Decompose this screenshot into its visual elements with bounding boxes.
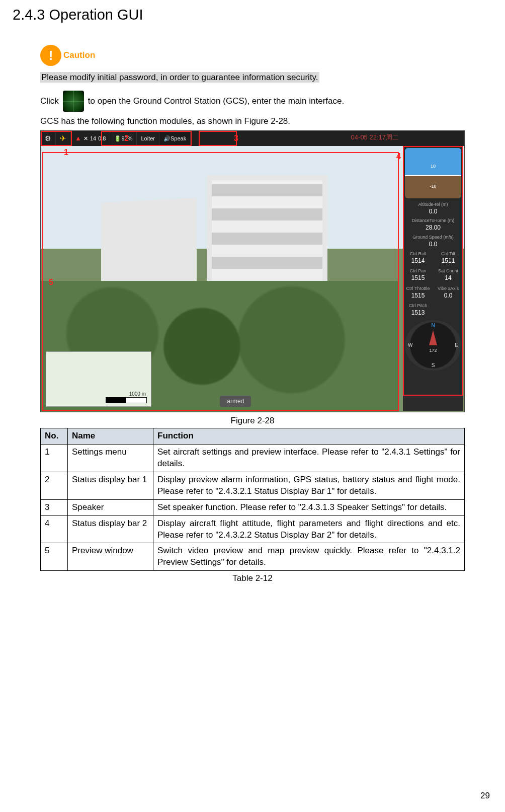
cell-no: 1 — [41, 444, 68, 472]
cell-no: 2 — [41, 472, 68, 499]
cell-no: 5 — [41, 543, 68, 571]
table-caption: Table 2-12 — [13, 573, 492, 584]
function-table: No. Name Function 1 Settings menu Set ai… — [40, 428, 465, 571]
table-row: 3 Speaker Set speaker function. Please r… — [41, 499, 465, 515]
cell-name: Preview window — [68, 543, 153, 571]
click-instruction: Click to open the Ground Control Station… — [40, 91, 492, 112]
click-pre: Click — [40, 96, 59, 107]
cell-name: Status display bar 2 — [68, 515, 153, 543]
cell-function: Display aircraft flight attitude, flight… — [153, 515, 465, 543]
callout-label-3: 3 — [234, 133, 238, 144]
sat-count: 14 — [90, 135, 96, 142]
cell-name: Speaker — [68, 499, 153, 515]
table-row: 2 Status display bar 1 Display preview a… — [41, 472, 465, 499]
satellite-icon: ✕ — [83, 135, 88, 142]
section-heading: 2.4.3 Operation GUI — [13, 5, 492, 25]
callout-box-1 — [41, 131, 72, 146]
caution-text: Please modify initial password, in order… — [40, 72, 492, 84]
table-header-row: No. Name Function — [41, 428, 465, 444]
figure-caption: Figure 2-28 — [13, 415, 492, 427]
th-name: Name — [68, 428, 153, 444]
alert-icon: ▲ — [75, 134, 81, 143]
cell-name: Settings menu — [68, 444, 153, 472]
callout-box-2 — [101, 131, 192, 146]
table-row: 5 Preview window Switch video preview an… — [41, 543, 465, 571]
app-icon — [63, 91, 84, 112]
figure-2-28: ⚙ ✈ ▲ ✕ 14 0.8 🔋 92% Loiter 🔊 Speak 04-0… — [40, 130, 465, 412]
click-post: to open the Ground Control Station (GCS)… — [88, 96, 344, 107]
datetime-overlay: 04-05 22:17周二 — [351, 133, 399, 142]
callout-box-4 — [403, 146, 463, 396]
caution-heading: ! Caution — [40, 45, 492, 66]
cell-function: Set aircraft settings and preview interf… — [153, 444, 465, 472]
cell-no: 3 — [41, 499, 68, 515]
cell-no: 4 — [41, 515, 68, 543]
gcs-line: GCS has the following function modules, … — [40, 116, 492, 127]
cell-function: Set speaker function. Please refer to "2… — [153, 499, 465, 515]
table-row: 1 Settings menu Set aircraft settings an… — [41, 444, 465, 472]
caution-body: Please modify initial password, in order… — [40, 72, 319, 83]
cell-name: Status display bar 1 — [68, 472, 153, 499]
table-row: 4 Status display bar 2 Display aircraft … — [41, 515, 465, 543]
callout-box-3 — [199, 131, 237, 146]
caution-icon: ! — [40, 45, 61, 66]
th-no: No. — [41, 428, 68, 444]
th-function: Function — [153, 428, 465, 444]
callout-label-5: 5 — [49, 277, 53, 288]
callout-label-2: 2 — [124, 133, 129, 144]
callout-box-5 — [42, 152, 399, 411]
caution-label: Caution — [63, 50, 95, 61]
cell-function: Switch video preview and map preview qui… — [153, 543, 465, 571]
cell-function: Display preview alarm information, GPS s… — [153, 472, 465, 499]
